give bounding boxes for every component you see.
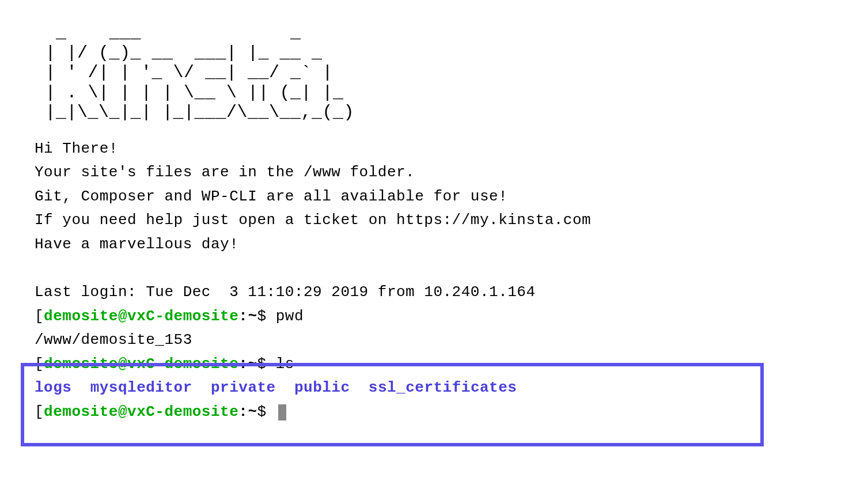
prompt-ls: [demosite@vxC-demosite:~$ ls <box>35 353 829 377</box>
prompt-dollar: $ <box>257 355 275 373</box>
command-ls: ls <box>276 355 294 373</box>
motd-line-4: If you need help just open a ticket on h… <box>35 209 829 233</box>
prompt-current[interactable]: [demosite@vxC-demosite:~$ <box>35 400 829 425</box>
prompt-colon: : <box>238 403 248 420</box>
prompt-colon: : <box>238 355 248 373</box>
prompt-user-host: demosite@vxC-demosite <box>44 355 238 373</box>
prompt-path: ~ <box>248 403 257 420</box>
motd-line-1: Hi There! <box>35 137 829 161</box>
prompt-pwd: [demosite@vxC-demosite:~$ pwd <box>35 305 829 329</box>
prompt-bracket: [ <box>35 403 44 420</box>
ls-output: logs mysqleditor private public ssl_cert… <box>35 376 829 400</box>
pwd-output: /www/demosite_153 <box>35 328 829 353</box>
dir-private: private <box>211 379 276 396</box>
last-login: Last login: Tue Dec 3 11:10:29 2019 from… <box>35 281 829 305</box>
prompt-bracket: [ <box>35 308 44 325</box>
dir-logs: logs <box>35 379 71 396</box>
prompt-bracket: [ <box>35 355 44 373</box>
motd-line-2: Your site's files are in the /www folder… <box>35 161 829 185</box>
prompt-path: ~ <box>248 308 257 325</box>
dir-ssl-certificates: ssl_certificates <box>369 379 517 396</box>
motd-line-5: Have a marvellous day! <box>35 233 829 257</box>
prompt-colon: : <box>238 308 248 325</box>
prompt-user-host: demosite@vxC-demosite <box>44 308 238 325</box>
prompt-user-host: demosite@vxC-demosite <box>44 403 238 420</box>
blank-line <box>35 256 829 281</box>
command-pwd: pwd <box>276 308 304 325</box>
prompt-path: ~ <box>248 355 257 373</box>
dir-public: public <box>294 379 350 396</box>
prompt-dollar: $ <box>257 403 275 420</box>
ascii-banner: _ ___ _ | |/ (_)_ __ ___| |_ __ _ | ' /|… <box>35 23 829 123</box>
motd-line-3: Git, Composer and WP-CLI are all availab… <box>35 185 829 209</box>
prompt-dollar: $ <box>257 308 275 325</box>
cursor-icon <box>278 404 286 420</box>
dir-mysqleditor: mysqleditor <box>90 379 192 396</box>
